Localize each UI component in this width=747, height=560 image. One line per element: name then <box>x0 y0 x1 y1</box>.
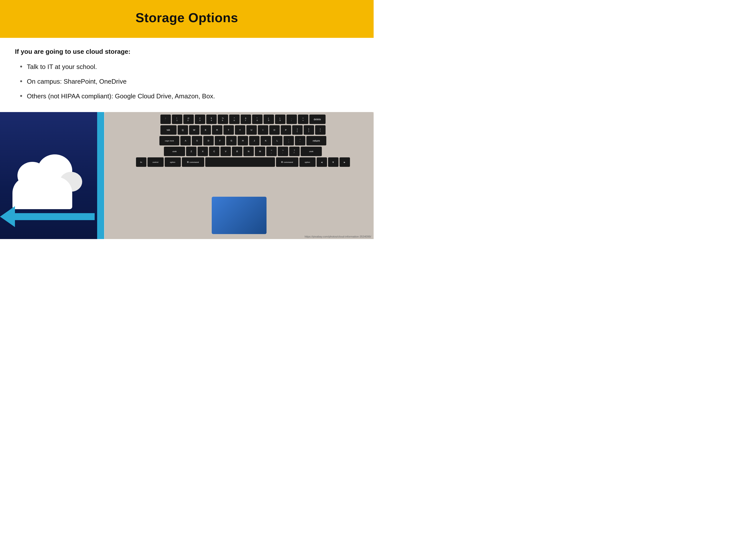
key-row-1: ~` !1 @2 #3 $4 %5 ^6 &7 *8 (9 )0 _- += d… <box>117 114 369 124</box>
key: X <box>198 146 208 156</box>
key: U <box>246 125 257 135</box>
key: (9 <box>263 114 274 124</box>
key: @2 <box>183 114 194 124</box>
key: fn <box>136 157 147 167</box>
trackpad <box>212 197 266 234</box>
key: Q <box>178 125 188 135</box>
key: $4 <box>206 114 217 124</box>
key: += <box>298 114 308 124</box>
key: >. <box>278 146 288 156</box>
list-item: • Talk to IT at your school. <box>20 63 359 71</box>
key: Z <box>186 146 197 156</box>
key: E <box>201 125 211 135</box>
key: option <box>300 157 316 167</box>
key: _- <box>286 114 297 124</box>
key: R <box>212 125 223 135</box>
key: "' <box>295 136 305 145</box>
key-row-3: caps lock A S D F G H J K L :; "' return <box>117 136 369 145</box>
key: shift <box>164 146 185 156</box>
arrow-head <box>0 206 15 227</box>
key: M <box>255 146 265 156</box>
key: ~` <box>160 114 171 124</box>
key: shift <box>301 146 322 156</box>
keyboard-area: ~` !1 @2 #3 $4 %5 ^6 &7 *8 (9 )0 _- += d… <box>117 114 369 188</box>
footer-url: https://pixabay.com/photos/cloud-informa… <box>305 235 371 238</box>
cloud-shape <box>5 159 80 209</box>
key: )0 <box>275 114 285 124</box>
key: J <box>249 136 260 145</box>
key: ⌘ command <box>182 157 204 167</box>
key: control <box>148 157 164 167</box>
key: I <box>258 125 268 135</box>
key: L <box>272 136 282 145</box>
key: :; <box>283 136 294 145</box>
key: H <box>238 136 248 145</box>
key: K <box>261 136 271 145</box>
laptop-frame: ~` !1 @2 #3 $4 %5 ^6 &7 *8 (9 )0 _- += d… <box>105 112 374 239</box>
list-item: • On campus: SharePoint, OneDrive <box>20 78 359 85</box>
key: O <box>269 125 280 135</box>
images-section: ~` !1 @2 #3 $4 %5 ^6 &7 *8 (9 )0 _- += d… <box>0 112 374 239</box>
arrow-shaft <box>15 213 95 220</box>
page-title: Storage Options <box>135 10 238 25</box>
key: ⌘ command <box>276 157 299 167</box>
bullet-text-2: On campus: SharePoint, OneDrive <box>27 78 127 85</box>
key: delete <box>309 114 326 124</box>
arrow-container <box>0 209 95 224</box>
bullet-text-1: Talk to IT at your school. <box>27 63 97 71</box>
key: A <box>180 136 191 145</box>
key: C <box>209 146 220 156</box>
spacebar-key <box>205 157 275 167</box>
key: &7 <box>241 114 251 124</box>
content-section: If you are going to use cloud storage: •… <box>0 38 374 112</box>
vertical-divider <box>97 112 104 239</box>
key: ► <box>339 157 350 167</box>
bullet-text-3: Others (not HIPAA compliant): Google Clo… <box>27 92 215 100</box>
header-section: Storage Options <box>0 0 374 38</box>
bullet-dot: • <box>20 77 22 85</box>
key: *8 <box>252 114 262 124</box>
key: F <box>215 136 225 145</box>
key: %5 <box>218 114 228 124</box>
bullet-dot: • <box>20 92 22 100</box>
intro-text: If you are going to use cloud storage: <box>15 48 359 55</box>
key: caps lock <box>159 136 179 145</box>
list-item: • Others (not HIPAA compliant): Google C… <box>20 92 359 100</box>
key: !1 <box>172 114 182 124</box>
key: option <box>165 157 181 167</box>
key: T <box>224 125 234 135</box>
key: #3 <box>195 114 205 124</box>
key: B <box>232 146 242 156</box>
key: P <box>281 125 291 135</box>
key: G <box>226 136 237 145</box>
cloud-image <box>0 112 97 239</box>
key: V <box>221 146 231 156</box>
key: S <box>192 136 202 145</box>
key: tab <box>160 125 177 135</box>
key: |\ <box>315 125 326 135</box>
laptop-image: ~` !1 @2 #3 $4 %5 ^6 &7 *8 (9 )0 _- += d… <box>97 112 374 239</box>
key: return <box>306 136 326 145</box>
key-row-2: tab Q W E R T Y U I O P {[ }] |\ <box>117 125 369 135</box>
key: D <box>203 136 214 145</box>
key: {[ <box>292 125 303 135</box>
key: }] <box>304 125 314 135</box>
key: ^6 <box>229 114 240 124</box>
cloud-body <box>12 177 72 209</box>
key: ◄ <box>316 157 327 167</box>
key: ?/ <box>289 146 300 156</box>
key: <, <box>266 146 277 156</box>
key: Y <box>235 125 246 135</box>
bullet-list: • Talk to IT at your school. • On campus… <box>15 63 359 100</box>
key-row-4: shift Z X C V B N M <, >. ?/ shift <box>117 146 369 156</box>
key: ▼ <box>328 157 338 167</box>
key-row-5: fn control option ⌘ command ⌘ command op… <box>117 157 369 167</box>
key: W <box>189 125 200 135</box>
bullet-dot: • <box>20 62 22 71</box>
key: N <box>243 146 254 156</box>
